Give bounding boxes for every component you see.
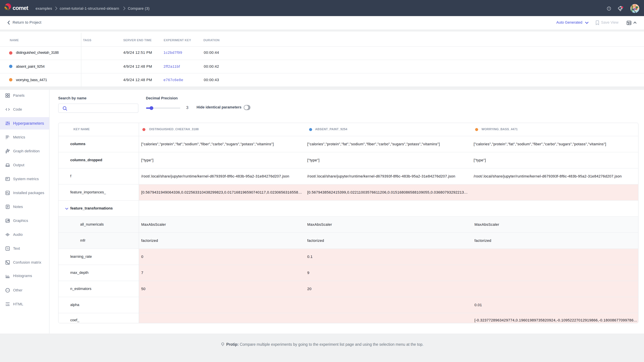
svg-text:HTML: HTML bbox=[6, 304, 10, 305]
svg-text:?: ? bbox=[608, 7, 610, 10]
svg-text:Py: Py bbox=[6, 192, 9, 194]
svg-text:Tt: Tt bbox=[6, 247, 9, 250]
